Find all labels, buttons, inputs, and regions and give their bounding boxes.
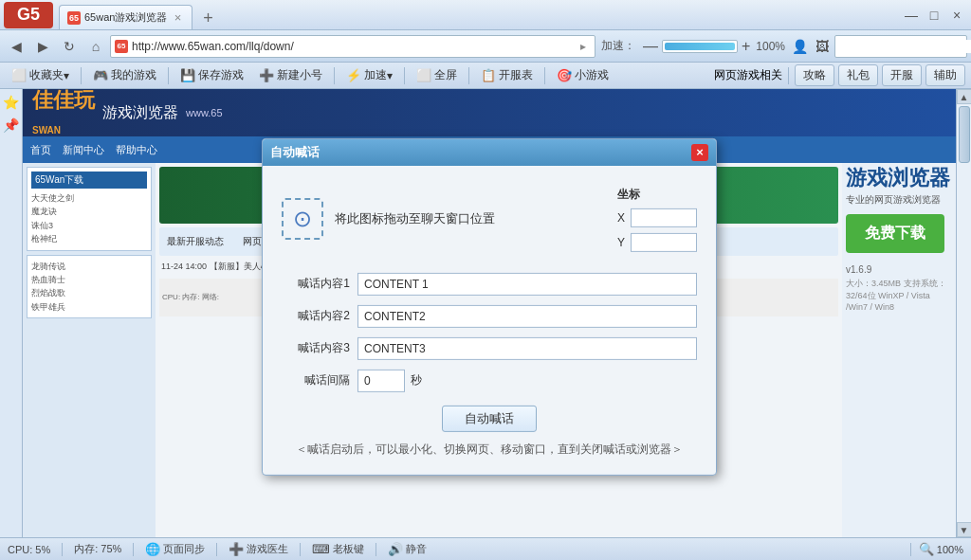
save-game-icon: 💾 <box>180 68 195 82</box>
bm-right-section: 网页游戏相关 攻略 礼包 开服 辅助 <box>714 64 965 86</box>
boss-key-status[interactable]: ⌨ 老板键 <box>312 542 364 556</box>
bookmark-fullscreen[interactable]: ⬜ 全屏 <box>411 65 463 85</box>
interval-row: 喊话间隔 秒 <box>282 369 697 391</box>
active-tab[interactable]: 65 65wan游戏浏览器 × <box>59 5 192 29</box>
scroll-up-button[interactable]: ▲ <box>957 89 972 104</box>
profile-icon-button[interactable]: 👤 <box>789 36 810 57</box>
status-sep-6 <box>910 543 911 556</box>
close-button[interactable]: × <box>946 5 967 26</box>
photo-icon-button[interactable]: 🖼 <box>812 36 833 57</box>
dialog-title-bar: 自动喊话 × <box>263 138 716 165</box>
refresh-button[interactable]: ↻ <box>57 34 82 59</box>
bookmark-server-table[interactable]: 📋 开服表 <box>475 65 539 85</box>
guide-button[interactable]: 攻略 <box>795 64 834 86</box>
coordinate-section: 坐标 X Y <box>617 186 697 251</box>
search-input[interactable] <box>839 40 971 53</box>
restore-button[interactable]: □ <box>924 5 944 26</box>
bm-separator-5 <box>468 67 469 84</box>
minimize-button[interactable]: — <box>901 5 922 26</box>
sidebar-star-button[interactable]: ⭐ <box>2 93 21 112</box>
y-coord-input[interactable] <box>631 232 697 251</box>
content-input-3[interactable] <box>357 336 697 359</box>
mini-games-label: 小游戏 <box>575 67 609 83</box>
submit-row: 自动喊话 <box>282 405 697 431</box>
content-field-1-row: 喊话内容1 <box>282 272 697 295</box>
mute-label: 静音 <box>406 542 427 556</box>
status-sep-2 <box>133 543 134 556</box>
server-table-icon: 📋 <box>481 68 496 82</box>
zoom-icon: 🔍 <box>919 542 934 556</box>
submit-button[interactable]: 自动喊话 <box>442 405 537 431</box>
browser-logo: G5 <box>4 2 53 28</box>
bm-separator-3 <box>334 67 335 84</box>
new-account-icon: ➕ <box>259 68 274 82</box>
bm-separator-1 <box>81 67 82 84</box>
doctor-status[interactable]: ➕ 游戏医生 <box>229 542 288 556</box>
bookmark-favorites[interactable]: ⬜ 收藏夹 ▾ <box>6 65 75 85</box>
bookmark-new-account[interactable]: ➕ 新建小号 <box>253 65 328 85</box>
sync-status[interactable]: 🌐 页面同步 <box>145 542 205 556</box>
x-coord-row: X <box>617 208 697 226</box>
drag-icon[interactable]: ⊙ <box>282 198 323 240</box>
memory-status: 内存: 75% <box>74 542 121 556</box>
scroll-thumb[interactable] <box>959 106 970 163</box>
auto-shout-dialog: 自动喊话 × ⊙ 将此图标拖动至聊天窗口位置 坐标 <box>262 137 717 475</box>
status-sep-3 <box>216 543 217 556</box>
address-go-button[interactable]: ▸ <box>576 39 591 54</box>
my-games-icon: 🎮 <box>93 68 108 82</box>
sidebar-pin-button[interactable]: 📌 <box>2 116 21 135</box>
dialog-body: ⊙ 将此图标拖动至聊天窗口位置 坐标 X Y <box>263 165 716 474</box>
new-tab-button[interactable]: + <box>196 7 219 29</box>
y-coord-row: Y <box>617 232 697 251</box>
address-input[interactable] <box>132 40 576 53</box>
content-field-3-row: 喊话内容3 <box>282 336 697 359</box>
speed-bar-fill <box>665 43 735 50</box>
favorites-label: 收藏夹 <box>29 67 64 83</box>
x-coord-input[interactable] <box>631 208 697 226</box>
bm-separator-4 <box>404 67 405 84</box>
speed-minus-button[interactable]: — <box>641 38 660 55</box>
open-server-button[interactable]: 开服 <box>882 64 922 86</box>
gift-button[interactable]: 礼包 <box>838 64 878 86</box>
my-games-label: 我的游戏 <box>111 67 156 83</box>
drag-row: ⊙ 将此图标拖动至聊天窗口位置 坐标 X Y <box>282 180 697 257</box>
content-input-2[interactable] <box>357 304 697 327</box>
bookmark-speed[interactable]: ⚡ 加速 ▾ <box>340 65 398 85</box>
content-field-2-row: 喊话内容2 <box>282 304 697 327</box>
hint-text: ＜喊话启动后，可以最小化、切换网页、移动窗口，直到关闭喊话或浏览器＞ <box>282 437 697 461</box>
bm-separator-2 <box>168 67 169 84</box>
speed-plus-button[interactable]: + <box>740 38 752 55</box>
speed-bm-label: 加速 <box>364 67 387 83</box>
assist-button[interactable]: 辅助 <box>925 64 965 86</box>
zoom-value: 100% <box>756 40 785 53</box>
tab-close-button[interactable]: × <box>171 11 184 25</box>
dialog-close-button[interactable]: × <box>691 143 708 160</box>
interval-input[interactable] <box>357 369 405 391</box>
bookmark-mini-games[interactable]: 🎯 小游戏 <box>551 65 614 85</box>
sync-label: 页面同步 <box>163 542 205 556</box>
dialog-title: 自动喊话 <box>270 143 691 160</box>
scroll-track[interactable] <box>957 104 971 522</box>
drag-inner-icon: ⊙ <box>293 206 312 232</box>
forward-button[interactable]: ▶ <box>30 34 55 59</box>
mute-icon: 🔊 <box>388 542 403 556</box>
tab-favicon: 65 <box>67 11 81 25</box>
content-area: ⭐ 📌 佳佳玩SWAN 游戏浏览器 www.65 首页 新闻中心 帮助中心 <box>0 89 971 537</box>
bookmark-save-game[interactable]: 💾 保存游戏 <box>174 65 249 85</box>
drag-instruction-text: 将此图标拖动至聊天窗口位置 <box>335 210 617 227</box>
bookmarks-bar: ⬜ 收藏夹 ▾ 🎮 我的游戏 💾 保存游戏 ➕ 新建小号 ⚡ 加速 ▾ ⬜ 全屏 <box>0 63 971 89</box>
address-bar[interactable]: 65 ▸ <box>110 35 595 58</box>
back-button[interactable]: ◀ <box>4 34 28 59</box>
content-input-1[interactable] <box>357 272 697 295</box>
main-content: 佳佳玩SWAN 游戏浏览器 www.65 首页 新闻中心 帮助中心 65Wan下… <box>23 89 956 537</box>
content-label-3: 喊话内容3 <box>282 340 350 356</box>
home-button[interactable]: ⌂ <box>83 34 108 59</box>
boss-key-label: 老板键 <box>333 542 364 556</box>
search-box[interactable]: 🔍 <box>834 35 967 58</box>
scroll-down-button[interactable]: ▼ <box>957 522 972 537</box>
bookmark-my-games[interactable]: 🎮 我的游戏 <box>87 65 162 85</box>
zoom-status[interactable]: 🔍 100% <box>919 542 963 556</box>
mute-status[interactable]: 🔊 静音 <box>388 542 427 556</box>
status-sep-4 <box>300 543 301 556</box>
boss-key-icon: ⌨ <box>312 542 330 556</box>
